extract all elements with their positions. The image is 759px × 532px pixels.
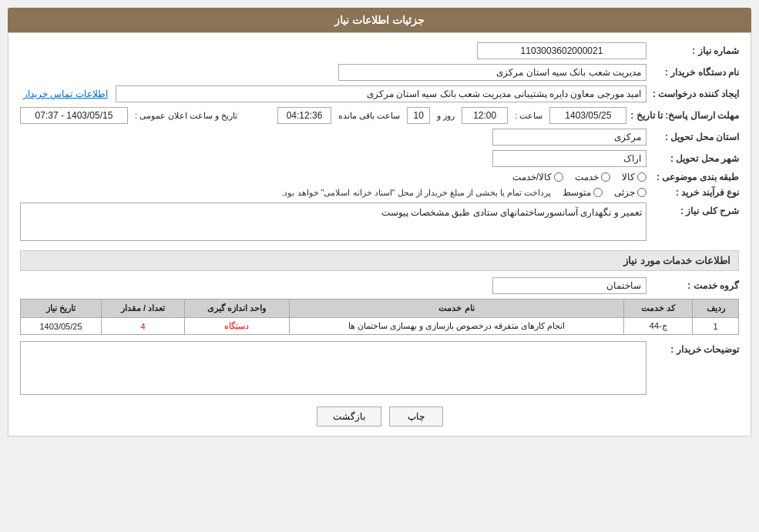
radio-jozee[interactable]: جزئی	[614, 187, 646, 198]
rooz-value: 10	[407, 107, 430, 124]
radio-kala-circle	[637, 172, 646, 182]
shahr-row: شهر محل تحویل : اراک	[20, 150, 739, 167]
noeFarayand-label: نوع فرآیند خرید :	[646, 187, 739, 198]
radio-khadamat-label: خدمت	[575, 172, 599, 182]
table-row: 1ج-44انجام کارهای متفرقه درخصوص بازسازی …	[21, 318, 739, 335]
td-kodKhadamat: ج-44	[624, 318, 693, 335]
shomareNiaz-row: شماره نیاز : 1103003602000021	[20, 42, 739, 59]
tozihat-row: توضیحات خریدار :	[20, 341, 739, 395]
sharhKolli-value: تعمیر و نگهداری آسانسورساختمانهای ستادی …	[20, 202, 646, 241]
rooz-label: روز و	[437, 111, 455, 121]
button-row: چاپ بازگشت	[20, 407, 739, 427]
tabaqebandi-row: طبقه بندی موضوعی : کالا/خدمت خدمت کالا	[20, 172, 739, 182]
tabaqebandi-label: طبقه بندی موضوعی :	[646, 172, 739, 182]
groheKhadamat-row: گروه خدمت : ساختمان	[20, 277, 739, 294]
radio-kala[interactable]: کالا	[622, 172, 646, 182]
col-tarikh: تاریخ نیاز	[21, 299, 102, 318]
shahr-label: شهر محل تحویل :	[646, 153, 739, 164]
tozihat-label: توضیحات خریدار :	[646, 344, 739, 355]
sharhKolli-label: شرح کلی نیاز :	[646, 206, 739, 216]
mohlat-row: مهلت ارسال پاسخ: تا تاریخ : 1403/05/25 س…	[20, 107, 739, 124]
page-header: جزئیات اطلاعات نیاز	[8, 8, 751, 32]
shahr-value: اراک	[492, 150, 646, 167]
noeFarayand-note: پرداخت تمام یا بخشی از مبلغ خریدار از مح…	[281, 188, 551, 198]
radio-kala-label: کالا	[622, 172, 635, 182]
col-kodKhadamat: کد خدمت	[624, 299, 693, 318]
col-namKhadamat: نام خدمت	[289, 299, 624, 318]
radio-motevaset-circle	[593, 188, 603, 197]
shomareNiaz-label: شماره نیاز :	[646, 45, 739, 56]
col-tedad: تعداد / مقدار	[102, 299, 185, 318]
radio-jozee-circle	[637, 188, 646, 197]
ijadKonande-value: امید مورجی معاون دایره پشتیبانی مدیریت ش…	[116, 85, 646, 102]
ostan-label: استان محل تحویل :	[646, 132, 739, 142]
radio-kalaKhadamat[interactable]: کالا/خدمت	[512, 172, 563, 182]
radio-motevaset-label: متوسط	[563, 187, 591, 198]
ettelaatTamas-link[interactable]: اطلاعات تماس خریدار	[23, 89, 108, 99]
tarikhAelan-label: تاریخ و ساعت اعلان عمومی :	[135, 111, 237, 121]
sharhKolli-row: شرح کلی نیاز : تعمیر و نگهداری آسانسورسا…	[20, 202, 739, 241]
services-section-title: اطلاعات خدمات مورد نیاز	[20, 250, 739, 271]
header-title: جزئیات اطلاعات نیاز	[334, 14, 425, 26]
tabaqebandi-radiogroup: کالا/خدمت خدمت کالا	[512, 172, 646, 182]
baghimande-label: ساعت باقی مانده	[338, 111, 400, 121]
ijadKonande-row: ایجاد کننده درخواست : امید مورجی معاون د…	[20, 85, 739, 102]
tarikhAelan-value: 1403/05/15 - 07:37	[20, 107, 128, 124]
tarikh-value: 1403/05/25	[549, 107, 626, 124]
ostan-value: مرکزی	[492, 129, 646, 146]
ostan-row: استان محل تحویل : مرکزی	[20, 129, 739, 146]
td-tedad: 4	[102, 318, 185, 335]
services-table: ردیف کد خدمت نام خدمت واحد اندازه گیری ت…	[20, 299, 739, 335]
saat-value: 12:00	[462, 107, 508, 124]
radio-motevaset[interactable]: متوسط	[563, 187, 603, 198]
radio-kalaKhadamat-label: کالا/خدمت	[512, 172, 552, 182]
shomareNiaz-value: 1103003602000021	[477, 42, 646, 59]
namDastgah-value: مدیریت شعب بانک سیه استان مرکزی	[338, 64, 646, 81]
radio-khadamat[interactable]: خدمت	[575, 172, 610, 182]
baghimande-value: 04:12:36	[277, 107, 331, 124]
tozihat-input[interactable]	[20, 341, 646, 395]
td-namKhadamat: انجام کارهای متفرقه درخصوص بازسازی و بهس…	[289, 318, 624, 335]
radio-khadamat-circle	[601, 172, 610, 182]
saat-label: ساعت :	[515, 111, 542, 121]
back-button[interactable]: بازگشت	[317, 407, 381, 427]
td-radif: 1	[693, 318, 739, 335]
radio-jozee-label: جزئی	[614, 187, 635, 198]
noeFarayand-radiogroup: متوسط جزئی	[563, 187, 646, 198]
radio-kalaKhadamat-circle	[554, 172, 563, 182]
td-tarikh: 1403/05/25	[21, 318, 102, 335]
ijadKonande-label: ایجاد کننده درخواست :	[646, 89, 739, 99]
namDastgah-label: نام دستگاه خریدار :	[646, 67, 739, 78]
col-vahed: واحد اندازه گیری	[185, 299, 290, 318]
td-vahed: دستگاه	[185, 318, 290, 335]
groheKhadamat-value: ساختمان	[492, 277, 646, 294]
print-button[interactable]: چاپ	[389, 407, 443, 427]
groheKhadamat-label: گروه خدمت :	[646, 280, 739, 291]
namDastgah-row: نام دستگاه خریدار : مدیریت شعب بانک سیه …	[20, 64, 739, 81]
mohlat-label: مهلت ارسال پاسخ: تا تاریخ :	[630, 110, 739, 121]
col-radif: ردیف	[693, 299, 739, 318]
noeFarayand-row: نوع فرآیند خرید : متوسط جزئی پرداخت تمام…	[20, 187, 739, 198]
